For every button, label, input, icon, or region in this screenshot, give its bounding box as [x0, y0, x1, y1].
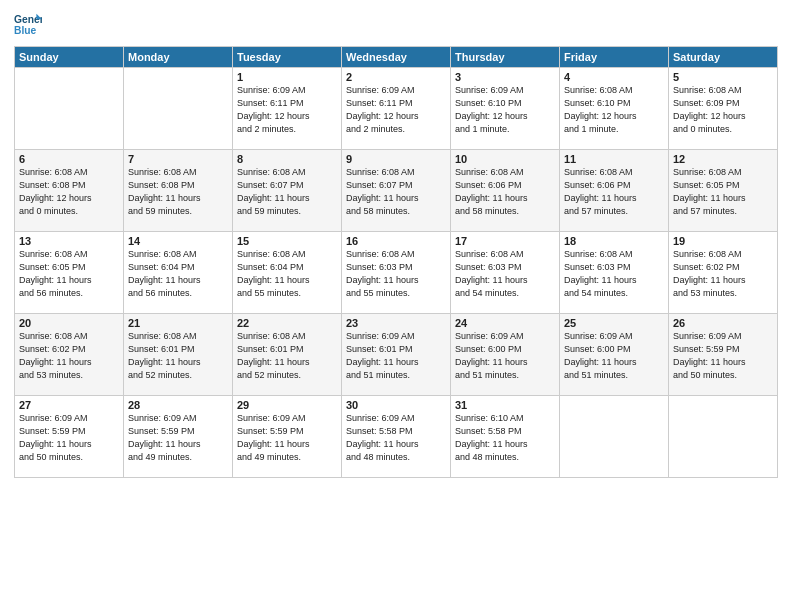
- calendar-cell: 13Sunrise: 6:08 AMSunset: 6:05 PMDayligh…: [15, 232, 124, 314]
- day-info: Sunrise: 6:08 AMSunset: 6:03 PMDaylight:…: [564, 248, 664, 300]
- calendar-cell: 6Sunrise: 6:08 AMSunset: 6:08 PMDaylight…: [15, 150, 124, 232]
- day-info: Sunrise: 6:09 AMSunset: 6:00 PMDaylight:…: [455, 330, 555, 382]
- day-info: Sunrise: 6:09 AMSunset: 6:11 PMDaylight:…: [237, 84, 337, 136]
- day-info: Sunrise: 6:09 AMSunset: 5:58 PMDaylight:…: [346, 412, 446, 464]
- calendar-cell: [124, 68, 233, 150]
- calendar-cell: 14Sunrise: 6:08 AMSunset: 6:04 PMDayligh…: [124, 232, 233, 314]
- calendar-cell: 25Sunrise: 6:09 AMSunset: 6:00 PMDayligh…: [560, 314, 669, 396]
- week-row-5: 27Sunrise: 6:09 AMSunset: 5:59 PMDayligh…: [15, 396, 778, 478]
- logo: General Blue: [14, 10, 46, 38]
- day-number: 25: [564, 317, 664, 329]
- calendar-cell: 5Sunrise: 6:08 AMSunset: 6:09 PMDaylight…: [669, 68, 778, 150]
- calendar-cell: 16Sunrise: 6:08 AMSunset: 6:03 PMDayligh…: [342, 232, 451, 314]
- day-number: 23: [346, 317, 446, 329]
- day-number: 14: [128, 235, 228, 247]
- calendar-cell: 19Sunrise: 6:08 AMSunset: 6:02 PMDayligh…: [669, 232, 778, 314]
- day-info: Sunrise: 6:09 AMSunset: 6:00 PMDaylight:…: [564, 330, 664, 382]
- day-info: Sunrise: 6:08 AMSunset: 6:04 PMDaylight:…: [128, 248, 228, 300]
- header-thursday: Thursday: [451, 47, 560, 68]
- day-info: Sunrise: 6:09 AMSunset: 5:59 PMDaylight:…: [128, 412, 228, 464]
- week-row-3: 13Sunrise: 6:08 AMSunset: 6:05 PMDayligh…: [15, 232, 778, 314]
- calendar-cell: 24Sunrise: 6:09 AMSunset: 6:00 PMDayligh…: [451, 314, 560, 396]
- header-tuesday: Tuesday: [233, 47, 342, 68]
- day-number: 4: [564, 71, 664, 83]
- calendar-cell: 9Sunrise: 6:08 AMSunset: 6:07 PMDaylight…: [342, 150, 451, 232]
- calendar-table: SundayMondayTuesdayWednesdayThursdayFrid…: [14, 46, 778, 478]
- day-number: 29: [237, 399, 337, 411]
- day-info: Sunrise: 6:08 AMSunset: 6:03 PMDaylight:…: [346, 248, 446, 300]
- calendar-cell: [15, 68, 124, 150]
- calendar-cell: [669, 396, 778, 478]
- day-info: Sunrise: 6:09 AMSunset: 6:01 PMDaylight:…: [346, 330, 446, 382]
- day-number: 11: [564, 153, 664, 165]
- calendar-cell: 22Sunrise: 6:08 AMSunset: 6:01 PMDayligh…: [233, 314, 342, 396]
- day-number: 5: [673, 71, 773, 83]
- calendar-cell: 7Sunrise: 6:08 AMSunset: 6:08 PMDaylight…: [124, 150, 233, 232]
- calendar-cell: 29Sunrise: 6:09 AMSunset: 5:59 PMDayligh…: [233, 396, 342, 478]
- header-saturday: Saturday: [669, 47, 778, 68]
- day-info: Sunrise: 6:08 AMSunset: 6:02 PMDaylight:…: [19, 330, 119, 382]
- day-info: Sunrise: 6:08 AMSunset: 6:04 PMDaylight:…: [237, 248, 337, 300]
- day-number: 16: [346, 235, 446, 247]
- day-number: 1: [237, 71, 337, 83]
- day-info: Sunrise: 6:08 AMSunset: 6:05 PMDaylight:…: [19, 248, 119, 300]
- day-number: 18: [564, 235, 664, 247]
- calendar-cell: 26Sunrise: 6:09 AMSunset: 5:59 PMDayligh…: [669, 314, 778, 396]
- header-sunday: Sunday: [15, 47, 124, 68]
- day-info: Sunrise: 6:09 AMSunset: 5:59 PMDaylight:…: [673, 330, 773, 382]
- calendar-cell: 4Sunrise: 6:08 AMSunset: 6:10 PMDaylight…: [560, 68, 669, 150]
- day-number: 19: [673, 235, 773, 247]
- day-info: Sunrise: 6:08 AMSunset: 6:02 PMDaylight:…: [673, 248, 773, 300]
- day-number: 26: [673, 317, 773, 329]
- day-info: Sunrise: 6:10 AMSunset: 5:58 PMDaylight:…: [455, 412, 555, 464]
- day-number: 13: [19, 235, 119, 247]
- day-number: 12: [673, 153, 773, 165]
- calendar-cell: 28Sunrise: 6:09 AMSunset: 5:59 PMDayligh…: [124, 396, 233, 478]
- day-number: 31: [455, 399, 555, 411]
- day-info: Sunrise: 6:09 AMSunset: 6:11 PMDaylight:…: [346, 84, 446, 136]
- day-number: 15: [237, 235, 337, 247]
- calendar-cell: 2Sunrise: 6:09 AMSunset: 6:11 PMDaylight…: [342, 68, 451, 150]
- calendar-header-row: SundayMondayTuesdayWednesdayThursdayFrid…: [15, 47, 778, 68]
- calendar-cell: 10Sunrise: 6:08 AMSunset: 6:06 PMDayligh…: [451, 150, 560, 232]
- svg-text:Blue: Blue: [14, 25, 37, 36]
- day-info: Sunrise: 6:08 AMSunset: 6:08 PMDaylight:…: [128, 166, 228, 218]
- calendar-cell: 12Sunrise: 6:08 AMSunset: 6:05 PMDayligh…: [669, 150, 778, 232]
- calendar-cell: [560, 396, 669, 478]
- day-number: 27: [19, 399, 119, 411]
- calendar-cell: 17Sunrise: 6:08 AMSunset: 6:03 PMDayligh…: [451, 232, 560, 314]
- day-info: Sunrise: 6:08 AMSunset: 6:05 PMDaylight:…: [673, 166, 773, 218]
- day-info: Sunrise: 6:08 AMSunset: 6:01 PMDaylight:…: [237, 330, 337, 382]
- calendar-cell: 8Sunrise: 6:08 AMSunset: 6:07 PMDaylight…: [233, 150, 342, 232]
- day-number: 24: [455, 317, 555, 329]
- day-info: Sunrise: 6:09 AMSunset: 5:59 PMDaylight:…: [237, 412, 337, 464]
- header-wednesday: Wednesday: [342, 47, 451, 68]
- day-info: Sunrise: 6:08 AMSunset: 6:10 PMDaylight:…: [564, 84, 664, 136]
- day-info: Sunrise: 6:08 AMSunset: 6:08 PMDaylight:…: [19, 166, 119, 218]
- day-info: Sunrise: 6:08 AMSunset: 6:07 PMDaylight:…: [237, 166, 337, 218]
- header-friday: Friday: [560, 47, 669, 68]
- day-number: 28: [128, 399, 228, 411]
- calendar-cell: 23Sunrise: 6:09 AMSunset: 6:01 PMDayligh…: [342, 314, 451, 396]
- day-number: 3: [455, 71, 555, 83]
- week-row-1: 1Sunrise: 6:09 AMSunset: 6:11 PMDaylight…: [15, 68, 778, 150]
- calendar-cell: 15Sunrise: 6:08 AMSunset: 6:04 PMDayligh…: [233, 232, 342, 314]
- day-number: 21: [128, 317, 228, 329]
- calendar-cell: 31Sunrise: 6:10 AMSunset: 5:58 PMDayligh…: [451, 396, 560, 478]
- header: General Blue: [14, 10, 778, 38]
- calendar-cell: 20Sunrise: 6:08 AMSunset: 6:02 PMDayligh…: [15, 314, 124, 396]
- day-number: 8: [237, 153, 337, 165]
- week-row-2: 6Sunrise: 6:08 AMSunset: 6:08 PMDaylight…: [15, 150, 778, 232]
- calendar-cell: 3Sunrise: 6:09 AMSunset: 6:10 PMDaylight…: [451, 68, 560, 150]
- day-info: Sunrise: 6:08 AMSunset: 6:07 PMDaylight:…: [346, 166, 446, 218]
- calendar-cell: 30Sunrise: 6:09 AMSunset: 5:58 PMDayligh…: [342, 396, 451, 478]
- week-row-4: 20Sunrise: 6:08 AMSunset: 6:02 PMDayligh…: [15, 314, 778, 396]
- day-info: Sunrise: 6:09 AMSunset: 6:10 PMDaylight:…: [455, 84, 555, 136]
- day-number: 30: [346, 399, 446, 411]
- day-info: Sunrise: 6:09 AMSunset: 5:59 PMDaylight:…: [19, 412, 119, 464]
- day-number: 9: [346, 153, 446, 165]
- day-number: 20: [19, 317, 119, 329]
- day-info: Sunrise: 6:08 AMSunset: 6:01 PMDaylight:…: [128, 330, 228, 382]
- calendar-cell: 1Sunrise: 6:09 AMSunset: 6:11 PMDaylight…: [233, 68, 342, 150]
- day-number: 22: [237, 317, 337, 329]
